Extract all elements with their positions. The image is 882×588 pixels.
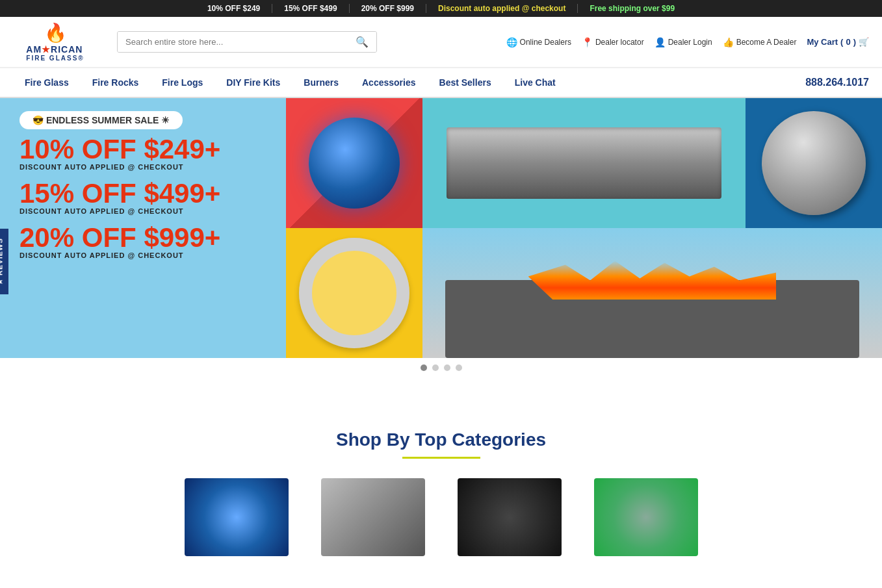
search-bar[interactable]: 🔍: [117, 31, 377, 53]
main-promo-banner: 😎 ENDLESS SUMMER SALE ☀ 10% OFF $249+ DI…: [0, 98, 286, 358]
banner-blue-glass-img[interactable]: [286, 98, 422, 228]
promo-item-shipping: Free shipping over $99: [578, 4, 686, 13]
globe-icon: 🌐: [506, 37, 517, 47]
hero-banner: 😎 ENDLESS SUMMER SALE ☀ 10% OFF $249+ DI…: [0, 98, 882, 358]
logo-line2: FIRE GLASS®: [26, 55, 84, 62]
firepit-table: [445, 280, 859, 358]
category-fire-glass-img: [185, 478, 289, 556]
banner-firepit-img[interactable]: [422, 228, 882, 358]
dealer-login-link[interactable]: 👤 Dealer Login: [655, 37, 712, 47]
promo-item-20off: 20% OFF $999: [350, 4, 426, 13]
sale-badge: 😎 ENDLESS SUMMER SALE ☀: [19, 111, 183, 129]
become-dealer-link[interactable]: 👍 Become A Dealer: [723, 37, 797, 47]
nav-best-sellers[interactable]: Best Sellers: [428, 68, 503, 97]
category-fire-logs[interactable]: [451, 478, 568, 563]
logo-line1: AM★RICAN: [26, 45, 84, 55]
nav-burners[interactable]: Burners: [292, 68, 350, 97]
banner-burner-img[interactable]: [422, 98, 746, 228]
slider-dot-2[interactable]: [432, 364, 439, 371]
nav-accessories[interactable]: Accessories: [350, 68, 428, 97]
nav-fire-rocks[interactable]: Fire Rocks: [81, 68, 151, 97]
cart-icon: 🛒: [859, 37, 869, 47]
category-fire-rocks[interactable]: [315, 478, 432, 563]
discount-line-2: 15% OFF $499+ DISCOUNT AUTO APPLIED @ CH…: [19, 180, 220, 222]
category-fire-spheres-img: [594, 478, 698, 556]
user-icon: 👤: [655, 37, 666, 47]
nav-live-chat[interactable]: Live Chat: [503, 68, 567, 97]
promo-item-10off: 10% OFF $249: [196, 4, 272, 13]
search-input[interactable]: [118, 32, 348, 52]
reviews-tab[interactable]: REVIEWS: [0, 229, 8, 294]
category-fire-logs-img: [458, 478, 562, 556]
categories-title: Shop By Top Categories: [13, 429, 869, 450]
promo-bar: 10% OFF $249 15% OFF $499 20% OFF $999 D…: [0, 0, 882, 17]
search-button[interactable]: 🔍: [348, 32, 376, 52]
banner-lid-img[interactable]: [746, 98, 882, 228]
promo-item-discount: Discount auto applied @ checkout: [426, 4, 578, 13]
category-fire-spheres[interactable]: [588, 478, 705, 563]
logo[interactable]: 🔥 AM★RICAN FIRE GLASS®: [13, 22, 97, 62]
cart-button[interactable]: My Cart (0) 🛒: [807, 37, 869, 47]
categories-section: Shop By Top Categories: [0, 403, 882, 588]
header: 🔥 AM★RICAN FIRE GLASS® 🔍 🌐 Online Dealer…: [0, 17, 882, 68]
main-nav: Fire Glass Fire Rocks Fire Logs DIY Fire…: [0, 68, 882, 98]
header-links: 🌐 Online Dealers 📍 Dealer locator 👤 Deal…: [506, 37, 869, 47]
categories-underline: [402, 457, 480, 459]
phone-number: 888.264.1017: [805, 77, 869, 88]
categories-grid: [13, 478, 869, 563]
nav-fire-logs[interactable]: Fire Logs: [150, 68, 214, 97]
promo-item-15off: 15% OFF $499: [272, 4, 349, 13]
firepit-flames-icon: [528, 261, 777, 300]
dealer-locator-link[interactable]: 📍 Dealer locator: [582, 37, 644, 47]
slider-dot-4[interactable]: [456, 364, 462, 371]
banner-ring-img[interactable]: [286, 228, 422, 358]
pin-icon: 📍: [582, 37, 593, 47]
slider-dot-1[interactable]: [421, 364, 427, 371]
slider-dot-3[interactable]: [444, 364, 450, 371]
nav-diy-fire-kits[interactable]: DIY Fire Kits: [214, 68, 292, 97]
slider-dots: [0, 358, 882, 377]
category-fire-glass[interactable]: [178, 478, 295, 563]
nav-fire-glass[interactable]: Fire Glass: [13, 68, 81, 97]
thumbsup-icon: 👍: [723, 37, 734, 47]
online-dealers-link[interactable]: 🌐 Online Dealers: [506, 37, 571, 47]
logo-flame-icon: 🔥: [44, 22, 67, 44]
category-fire-rocks-img: [321, 478, 425, 556]
discount-line-1: 10% OFF $249+ DISCOUNT AUTO APPLIED @ CH…: [19, 136, 220, 177]
discount-line-3: 20% OFF $999+ DISCOUNT AUTO APPLIED @ CH…: [19, 224, 220, 266]
